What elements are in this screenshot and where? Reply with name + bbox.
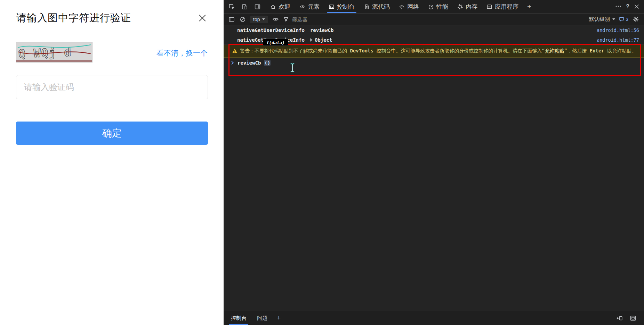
dialog-title: 请输入图中字符进行验证 [16,11,131,25]
tab-label: 应用程序 [495,3,518,11]
console-icon [329,4,335,10]
tab-sources[interactable]: 源代码 [359,0,394,13]
close-icon [198,13,209,23]
tab-memory[interactable]: 内存 [453,0,482,13]
inspect-tool-button[interactable] [228,3,236,11]
captcha-input[interactable] [16,75,208,99]
chevron-down-icon [612,18,615,20]
eye-icon [272,16,279,23]
drawer-tab-console[interactable]: 控制台 [226,311,252,325]
console-sidebar-button[interactable] [228,16,235,23]
signature-tooltip: f(data) [263,39,288,46]
device-toolbar-icon [241,3,248,10]
devtools-close-button[interactable] [633,3,641,10]
log-label: nativeGetUserDeviceInfo [237,27,305,33]
context-selector[interactable]: top [250,16,268,23]
paste-warning-message: 警告：不要将代码粘贴到不了解或尚未审阅自己的 DevTools 控制台中。这可能… [224,45,644,58]
tab-network[interactable]: 网络 [394,0,424,13]
captcha-dialog: 请输入图中字符进行验证 Q WQj d 看不清，换一个 确定 [0,0,224,325]
filter-funnel-icon [283,16,289,22]
captcha-graphic: Q WQj d [16,42,92,62]
source-link[interactable]: android.html:77 [597,37,639,43]
console-prompt[interactable]: reviewCb() [224,58,644,68]
confirm-button[interactable]: 确定 [16,122,208,145]
add-tab-button[interactable]: + [523,0,536,13]
focus-page-button[interactable] [253,3,261,11]
tab-application[interactable]: 应用程序 [482,0,523,13]
console-filter-input[interactable] [292,16,441,22]
prompt-paren: () [264,60,271,66]
help-icon: ? [626,3,629,10]
tab-label: 控制台 [337,3,355,11]
tab-label: 性能 [436,3,448,11]
dock-arrow-icon [616,315,623,322]
tabbar-spacer [536,0,614,13]
more-dots-icon [615,3,622,11]
console-log-row[interactable]: nativeGetUserDeviceInfo reviewCb android… [224,25,644,35]
gear-icon [633,16,639,23]
performance-icon [428,4,434,10]
devtools-tab-bar: 欢迎 元素 控制台 源代码 网络 [224,0,644,14]
console-toolbar: top 默认级别 3 [224,14,644,25]
warning-triangle-icon [232,48,238,56]
chevron-down-icon [262,18,265,20]
captcha-image[interactable]: Q WQj d [16,42,92,62]
log-value[interactable]: Object [315,37,332,43]
prompt-chevron-icon [231,61,234,65]
settings-button[interactable] [632,15,640,23]
drawer-bar: 控制台 问题 + [224,311,644,325]
dock-panel-button[interactable] [615,314,623,322]
panel-layout-icon [254,3,261,10]
tab-performance[interactable]: 性能 [424,0,453,13]
tab-console[interactable]: 控制台 [324,0,359,13]
code-brackets-icon [299,4,305,10]
text-cursor-icon [290,63,295,74]
warning-text: 警告：不要将代码粘贴到不了解或尚未审阅自己的 DevTools 控制台中。这可能… [240,47,636,56]
log-level-selector[interactable]: 默认级别 [589,16,615,23]
message-bubble-icon [619,16,625,22]
drawer-add-button[interactable]: + [273,311,285,325]
expand-triangle-icon[interactable] [310,38,313,42]
console-output: nativeGetUserDeviceInfo reviewCb android… [224,25,644,311]
tab-label: 内存 [466,3,477,11]
frame-icon [630,315,636,322]
tab-label: 源代码 [372,3,390,11]
help-button[interactable]: ? [625,3,630,10]
tab-label: 欢迎 [279,3,290,11]
tab-welcome[interactable]: 欢迎 [266,0,295,13]
log-level-label: 默认级别 [589,16,610,23]
tab-label: 元素 [308,3,320,11]
inspect-cursor-icon [228,3,235,10]
messages-indicator[interactable]: 3 [619,16,628,22]
dialog-close-button[interactable] [198,12,209,24]
log-value: reviewCb [310,27,333,33]
prompt-text: reviewCb [238,60,261,66]
tab-label: 网络 [407,3,419,11]
devtools-panel: 欢迎 元素 控制台 源代码 网络 [224,0,644,325]
close-icon [634,3,640,10]
home-icon [270,4,276,10]
application-icon [486,4,492,10]
clear-console-button[interactable] [239,16,247,23]
sidebar-icon [228,16,235,23]
tab-elements[interactable]: 元素 [295,0,324,13]
clear-icon [240,16,246,23]
captcha-refresh-link[interactable]: 看不清，换一个 [156,48,208,58]
frame-view-button[interactable] [629,314,637,322]
memory-chip-icon [457,4,463,10]
device-emulation-button[interactable] [241,3,249,11]
network-icon [399,4,405,10]
context-label: top [253,17,260,22]
message-count: 3 [626,17,628,22]
sources-icon [364,4,370,10]
source-link[interactable]: android.html:56 [597,27,639,33]
more-options-button[interactable] [614,2,622,11]
live-expression-button[interactable] [272,15,280,23]
drawer-spacer [285,311,615,325]
drawer-tab-issues[interactable]: 问题 [252,311,273,325]
